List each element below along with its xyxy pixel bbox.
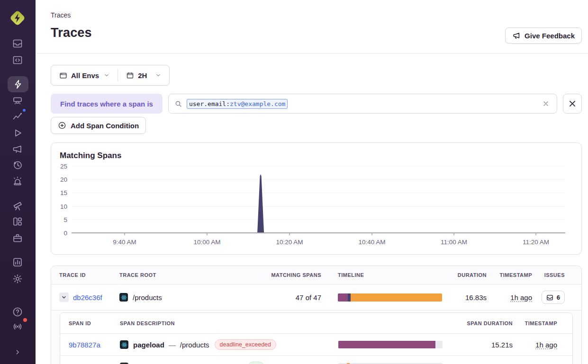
span-operation: pageload xyxy=(133,341,164,349)
sidebar-item-performance[interactable] xyxy=(9,125,26,141)
sidebar-item-alerts[interactable] xyxy=(9,173,26,189)
sidebar-item-web-vitals[interactable] xyxy=(9,92,26,108)
time-period-filter[interactable]: 2H xyxy=(118,65,169,85)
trace-duration: 16.83s xyxy=(442,293,487,302)
svg-text:11:20 AM: 11:20 AM xyxy=(523,239,549,246)
breadcrumb[interactable]: Traces xyxy=(51,11,582,19)
clear-search-button[interactable] xyxy=(541,98,551,109)
svg-text:15: 15 xyxy=(60,189,67,196)
span-table: SPAN ID SPAN DESCRIPTION SPAN DURATION T… xyxy=(60,312,573,364)
gear-icon xyxy=(12,273,23,284)
svg-text:10:00 AM: 10:00 AM xyxy=(193,239,220,246)
sidebar-item-replays[interactable] xyxy=(9,157,26,173)
search-token-key: user.email: xyxy=(189,100,230,107)
span-search-input[interactable]: user.email:ztv@example.com xyxy=(168,94,557,114)
collapse-trace-button[interactable] xyxy=(59,293,69,302)
svg-text:5: 5 xyxy=(63,216,67,223)
condition-label: Find traces where a span is xyxy=(51,94,163,114)
col-span-timestamp: TIMESTAMP xyxy=(513,320,557,326)
question-circle-icon xyxy=(12,306,23,318)
col-timestamp: TIMESTAMP xyxy=(487,272,532,278)
span-timeline-bar[interactable] xyxy=(338,341,443,348)
traces-table-header: TRACE ID TRACE ROOT MATCHING SPANS TIMEL… xyxy=(51,266,581,284)
lightning-icon xyxy=(12,79,24,90)
add-span-condition-button[interactable]: Add Span Condition xyxy=(51,117,146,134)
span-table-header: SPAN ID SPAN DESCRIPTION SPAN DURATION T… xyxy=(60,313,572,334)
svg-text:20: 20 xyxy=(60,176,67,183)
col-trace-id: TRACE ID xyxy=(59,272,119,278)
trace-issues-badge[interactable]: 6 xyxy=(542,291,565,304)
matching-spans-count: 47 of 47 xyxy=(252,293,321,302)
page-content: All Envs 2H Find tr xyxy=(36,53,588,364)
sidebar-item-releases[interactable] xyxy=(9,198,26,214)
col-span-id: SPAN ID xyxy=(69,320,120,326)
node-platform-icon: N xyxy=(120,363,128,364)
separator: — xyxy=(169,341,176,349)
col-duration: DURATION xyxy=(442,272,487,278)
trace-row: db26c36f /products 47 xyxy=(51,284,581,310)
chevron-down-icon xyxy=(104,72,109,78)
span-duration: 15.21s xyxy=(443,341,513,349)
projector-icon xyxy=(12,95,23,106)
sidebar-item-issues[interactable] xyxy=(9,36,26,52)
megaphone-icon xyxy=(12,143,23,155)
react-platform-icon xyxy=(120,340,128,349)
sidebar-item-dashboards[interactable] xyxy=(9,213,26,230)
react-platform-icon xyxy=(119,293,128,302)
remove-condition-button[interactable] xyxy=(563,94,582,114)
notification-dot-red xyxy=(22,317,28,323)
span-description: /products xyxy=(180,341,209,349)
window-icon xyxy=(59,71,67,80)
time-period-label: 2H xyxy=(138,71,147,80)
give-feedback-label: Give Feedback xyxy=(525,32,575,40)
span-condition-row: Find traces where a span is user.email:z… xyxy=(51,94,582,114)
sentry-logo[interactable] xyxy=(9,9,27,27)
chevron-right-icon xyxy=(13,347,22,357)
svg-text:9:40 AM: 9:40 AM xyxy=(113,239,136,246)
chart-title: Matching Spans xyxy=(60,151,573,160)
chevron-down-icon xyxy=(61,294,67,300)
broadcast-icon xyxy=(12,321,23,332)
svg-text:10: 10 xyxy=(60,203,67,210)
svg-text:10:20 AM: 10:20 AM xyxy=(276,239,303,246)
give-feedback-button[interactable]: Give Feedback xyxy=(505,27,582,44)
sidebar-item-broadcast[interactable] xyxy=(9,319,26,335)
sidebar-item-user-feedback[interactable] xyxy=(9,141,26,157)
expanded-trace-area: SPAN ID SPAN DESCRIPTION SPAN DURATION T… xyxy=(51,310,581,364)
layout-grid-icon xyxy=(12,216,23,227)
issues-icon xyxy=(546,294,553,301)
span-row: b7a7e441 N http.server — GET /organizati… xyxy=(60,355,572,364)
chevron-down-icon xyxy=(155,72,161,78)
sidebar xyxy=(0,0,36,364)
search-token-value: ztv@example.com xyxy=(230,100,285,107)
trace-timestamp[interactable]: 1h ago xyxy=(510,293,532,302)
environment-filter[interactable]: All Envs xyxy=(51,65,118,85)
environment-filter-label: All Envs xyxy=(71,71,99,80)
megaphone-icon xyxy=(512,31,521,40)
sidebar-item-insights[interactable] xyxy=(9,108,26,124)
close-icon xyxy=(569,100,576,107)
sidebar-item-settings[interactable] xyxy=(9,271,26,287)
search-token[interactable]: user.email:ztv@example.com xyxy=(187,99,288,109)
calendar-icon xyxy=(126,71,134,80)
col-issues: ISSUES xyxy=(532,272,565,278)
siren-icon xyxy=(12,176,23,187)
sidebar-item-explore[interactable] xyxy=(9,52,26,68)
filter-bar: All Envs 2H xyxy=(51,65,170,86)
span-id-link[interactable]: 9b78827a xyxy=(69,341,100,349)
col-trace-root: TRACE ROOT xyxy=(119,272,252,278)
sidebar-collapse-button[interactable] xyxy=(9,344,26,360)
history-clock-icon xyxy=(12,160,23,171)
sidebar-item-archive[interactable] xyxy=(9,230,26,246)
add-span-condition-label: Add Span Condition xyxy=(71,122,139,130)
app-root: Traces Traces Give Feedback All Envs xyxy=(0,0,588,364)
sidebar-item-stats[interactable] xyxy=(9,254,26,270)
col-timeline: TIMELINE xyxy=(321,272,442,278)
span-timestamp[interactable]: 1h ago xyxy=(535,341,557,349)
code-folder-icon xyxy=(12,54,23,66)
matching-spans-chart[interactable]: 05101520259:40 AM10:00 AM10:20 AM10:40 A… xyxy=(51,161,573,249)
trace-id-link[interactable]: db26c36f xyxy=(73,293,102,302)
sidebar-item-traces[interactable] xyxy=(8,76,28,92)
plus-circle-icon xyxy=(58,121,66,130)
trace-timeline-bar[interactable] xyxy=(338,293,442,302)
